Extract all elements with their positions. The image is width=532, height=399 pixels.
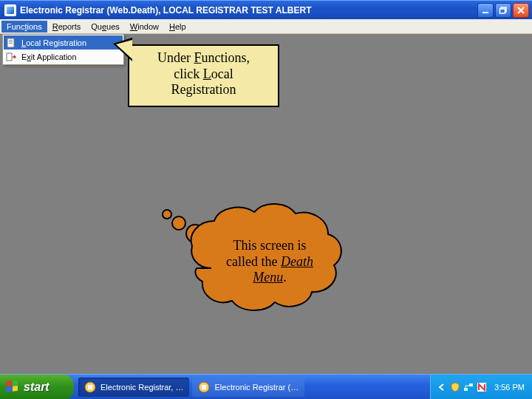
start-label: start <box>24 381 50 394</box>
menu-queues[interactable]: Queues <box>86 21 125 33</box>
svg-rect-7 <box>7 53 12 61</box>
svg-rect-4 <box>9 40 13 41</box>
svg-point-8 <box>163 210 171 219</box>
task-item-label: Electronic Registrar (… <box>214 383 299 392</box>
close-button[interactable] <box>513 3 529 18</box>
restore-button[interactable] <box>495 3 511 18</box>
document-icon <box>5 37 17 49</box>
task-item-label: Electronic Registrar, … <box>100 383 183 392</box>
svg-rect-17 <box>464 388 468 391</box>
menuitem-label: Exit Application <box>21 52 77 61</box>
cloud-text: This screen is called the Death Menu. <box>196 238 344 286</box>
menu-help[interactable]: Help <box>164 21 191 33</box>
svg-rect-6 <box>9 43 13 44</box>
tray-hide-icon[interactable] <box>437 382 447 392</box>
menuitem-local-registration[interactable]: Local Registration <box>4 35 123 50</box>
menu-bar: Functions Reports Queues Window Help <box>0 19 532 34</box>
app-task-icon <box>198 381 210 393</box>
title-bar: Electronic Registrar (Web.Death), LOCAL … <box>0 0 532 19</box>
menuitem-exit-application[interactable]: Exit Application <box>4 50 123 64</box>
task-item[interactable]: Electronic Registrar (… <box>192 378 304 397</box>
windows-logo-icon <box>6 381 19 394</box>
menu-functions[interactable]: Functions <box>1 21 47 33</box>
tray-novell-icon[interactable] <box>477 382 487 392</box>
svg-rect-14 <box>13 386 18 392</box>
functions-dropdown: Local Registration Exit Application <box>2 34 124 65</box>
minimize-button[interactable] <box>477 3 494 18</box>
app-icon <box>4 4 16 16</box>
system-tray[interactable]: 3:56 PM <box>430 375 532 399</box>
instruction-callout: Under Functions, click Local Registratio… <box>128 44 279 107</box>
window-title: Electronic Registrar (Web.Death), LOCAL … <box>20 5 477 16</box>
clock[interactable]: 3:56 PM <box>494 383 525 392</box>
svg-point-9 <box>172 216 185 230</box>
tray-shield-icon[interactable] <box>450 382 460 392</box>
start-button[interactable]: start <box>0 375 74 399</box>
app-task-icon <box>84 381 96 393</box>
window-controls <box>477 3 529 18</box>
svg-rect-2 <box>500 9 505 13</box>
menu-window[interactable]: Window <box>125 21 164 33</box>
tray-network-icon[interactable] <box>463 382 474 392</box>
exit-icon <box>5 51 17 63</box>
taskbar: start Electronic Registrar, … Electronic… <box>0 374 532 399</box>
svg-rect-13 <box>7 386 12 392</box>
task-items: Electronic Registrar, … Electronic Regis… <box>74 375 309 399</box>
menuitem-label: Local Registration <box>21 38 86 47</box>
callout-text: Under Functions, click Local Registratio… <box>129 46 278 103</box>
svg-rect-5 <box>9 41 13 42</box>
svg-rect-0 <box>482 12 488 13</box>
menu-reports[interactable]: Reports <box>47 21 86 33</box>
svg-rect-11 <box>7 381 12 386</box>
task-item[interactable]: Electronic Registrar, … <box>78 378 189 397</box>
svg-rect-12 <box>13 381 18 386</box>
